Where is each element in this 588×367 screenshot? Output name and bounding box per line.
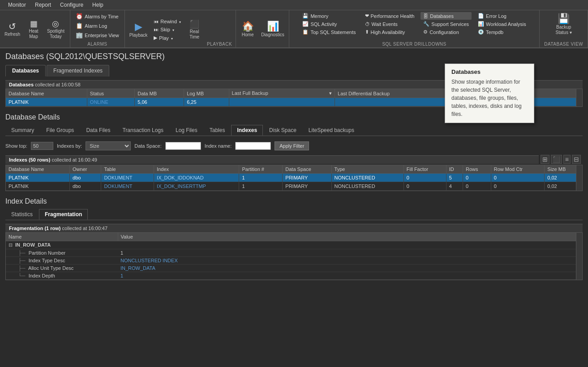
tempdb-button[interactable]: 💿 Tempdb (475, 28, 529, 36)
table-link-1[interactable]: DOKUMENT (104, 175, 132, 180)
home-label: Home (242, 32, 254, 38)
tree-collapse-icon[interactable]: ⊟ (9, 242, 13, 248)
subtab-data-files[interactable]: Data Files (80, 125, 116, 136)
playback-button[interactable]: ▶ Playback (127, 20, 150, 40)
workload-analysis-button[interactable]: 📊 Workload Analysis (475, 20, 529, 28)
col-db-name[interactable]: Database Name (6, 89, 87, 98)
wait-events-button[interactable]: ⏱ Wait Events (362, 20, 417, 28)
subtab-file-groups[interactable]: File Groups (40, 125, 80, 136)
export-icon[interactable]: ⬛ (551, 155, 562, 164)
col-log-mb[interactable]: Log MB (184, 89, 229, 98)
subtab-tables[interactable]: Tables (204, 125, 231, 136)
frag-scrollbar[interactable] (576, 233, 582, 280)
show-top-input[interactable] (31, 142, 53, 150)
database-details-section: Database Details Summary File Groups Dat… (5, 113, 583, 191)
index-name-input[interactable] (235, 142, 271, 150)
filter-row: Show top: Indexes by: Size Fragmentation… (5, 140, 583, 152)
idx-cell-db-1: PLATNIK (6, 174, 70, 182)
toolbar-nav-group: 🏠 Home 📊 Diagnostics (236, 10, 289, 47)
memory-button[interactable]: 💾 Memory (300, 12, 358, 20)
alarms-by-time-button[interactable]: ⏰ Alarms by Time (73, 12, 122, 21)
diagnostics-label: Diagnostics (261, 32, 284, 38)
skip-button[interactable]: ⏭ Skip ▾ (151, 26, 184, 33)
frag-col-value[interactable]: Value (118, 233, 582, 241)
idx-col-fill[interactable]: Fill Factor (403, 165, 446, 174)
menu-monitor[interactable]: Monitor (4, 1, 30, 9)
subtab-litespeed[interactable]: LiteSpeed backups (303, 125, 360, 136)
diagnostics-button[interactable]: 📊 Diagnostics (258, 20, 287, 39)
subtab-transaction-logs[interactable]: Transaction Logs (116, 125, 169, 136)
table-link-2[interactable]: DOKUMENT (104, 184, 132, 189)
subtab-log-files[interactable]: Log Files (170, 125, 203, 136)
tooltip-title: Databases (451, 68, 528, 75)
configuration-button[interactable]: ⚙ Configuration (421, 28, 472, 36)
play-label: Play ▾ (159, 35, 172, 41)
error-log-button[interactable]: 📄 Error Log (475, 12, 529, 20)
top-sql-button[interactable]: 📋 Top SQL Statements (300, 28, 358, 36)
refresh-button[interactable]: ↺ Refresh (2, 20, 23, 39)
apply-filter-button[interactable]: Apply Filter (275, 141, 309, 150)
spotlight-button[interactable]: ◎ SpotlightToday (44, 18, 67, 41)
heat-map-button[interactable]: ▦ HeatMap (24, 18, 43, 41)
subtab-disk-space[interactable]: Disk Space (263, 125, 302, 136)
index-link-2[interactable]: IX_DOK_INSERTTMP (157, 184, 206, 189)
real-time-button[interactable]: ⬛ RealTime (185, 18, 204, 42)
alarm-log-button[interactable]: 📋 Alarm Log (73, 21, 122, 30)
idx-col-partition[interactable]: Partition # (239, 165, 283, 174)
idx-cell-partition-2: 1 (239, 182, 283, 191)
idx-col-data-space[interactable]: Data Space (283, 165, 331, 174)
sql-activity-button[interactable]: 📈 SQL Activity (300, 20, 358, 28)
databases-scrollbar[interactable] (576, 89, 582, 107)
tab-databases[interactable]: Databases (5, 65, 46, 77)
col-status[interactable]: Status (87, 89, 134, 98)
refresh-icon: ↺ (9, 22, 16, 31)
backup-status-button[interactable]: 💾 BackupStatus ▾ (553, 12, 575, 37)
play-button[interactable]: ▶ Play ▾ (151, 34, 184, 42)
idx-col-rows[interactable]: Rows (463, 165, 491, 174)
idx-col-owner[interactable]: Owner (70, 165, 101, 174)
subtab-statistics[interactable]: Statistics (5, 209, 39, 220)
playback-label: Playback (129, 33, 148, 38)
databases-button[interactable]: 🗄 Databases (421, 12, 472, 20)
fragmentation-header: Fragmentation (1 row) collected at 16:00… (5, 224, 583, 232)
idx-col-index[interactable]: Index (154, 165, 239, 174)
frag-value-alloc: IN_ROW_DATA (118, 265, 582, 272)
grid-icon[interactable]: ⊞ (541, 155, 549, 164)
rewind-button[interactable]: ⏮ Rewind ▾ (151, 18, 184, 25)
indexes-scrollbar[interactable] (576, 165, 582, 191)
idx-col-type[interactable]: Type (331, 165, 403, 174)
settings-icon[interactable]: ≡ (563, 155, 571, 164)
high-availability-icon: ⬆ (365, 29, 369, 35)
refresh-table-icon[interactable]: ⊟ (572, 155, 581, 164)
idx-col-id[interactable]: ID (446, 165, 463, 174)
index-row-2[interactable]: PLATNIK dbo DOKUMENT IX_DOK_INSERTTMP 1 … (6, 182, 582, 191)
idx-col-table[interactable]: Table (101, 165, 154, 174)
subtab-summary[interactable]: Summary (5, 125, 40, 136)
tab-fragmented-indexes[interactable]: Fragmented Indexes (47, 65, 109, 77)
subtab-indexes[interactable]: Indexes (231, 125, 263, 136)
index-row-1[interactable]: PLATNIK dbo DOKUMENT IX_DOK_IDDOKNAD 1 P… (6, 174, 582, 182)
frag-row-alloc[interactable]: ├─ Alloc Unit Type Desc IN_ROW_DATA (6, 265, 582, 272)
idx-col-rowmod[interactable]: Row Mod Ctr (491, 165, 545, 174)
performance-health-button[interactable]: ❤ Performance Health (362, 12, 417, 20)
idx-col-db[interactable]: Database Name (6, 165, 70, 174)
support-services-button[interactable]: 🔧 Support Services (421, 20, 472, 28)
home-button[interactable]: 🏠 Home (238, 20, 258, 39)
frag-col-name[interactable]: Name (6, 233, 118, 241)
enterprise-view-label: Enterprise View (85, 33, 119, 38)
col-data-mb[interactable]: Data MB (135, 89, 184, 98)
high-availability-button[interactable]: ⬆ High Availability (362, 28, 417, 36)
frag-row-partition[interactable]: ├─ Partition Number 1 (6, 249, 582, 257)
col-last-full[interactable]: Last Full Backup ▾ (229, 89, 335, 98)
menu-help[interactable]: Help (88, 1, 108, 9)
data-space-input[interactable] (165, 142, 201, 150)
subtab-fragmentation[interactable]: Fragmentation (39, 209, 88, 220)
enterprise-view-button[interactable]: 🏢 Enterprise View (73, 31, 122, 39)
frag-row-depth[interactable]: └─ Index Depth 1 (6, 272, 582, 280)
menu-report[interactable]: Report (30, 1, 56, 9)
menu-configure[interactable]: Configure (56, 1, 88, 9)
frag-tree-root[interactable]: ⊟ IN_ROW_DATA (6, 241, 582, 249)
frag-row-index-type[interactable]: ├─ Index Type Desc NONCLUSTERED INDEX (6, 257, 582, 265)
indexes-by-select[interactable]: Size Fragmentation (86, 141, 131, 150)
index-link-1[interactable]: IX_DOK_IDDOKNAD (157, 175, 204, 180)
